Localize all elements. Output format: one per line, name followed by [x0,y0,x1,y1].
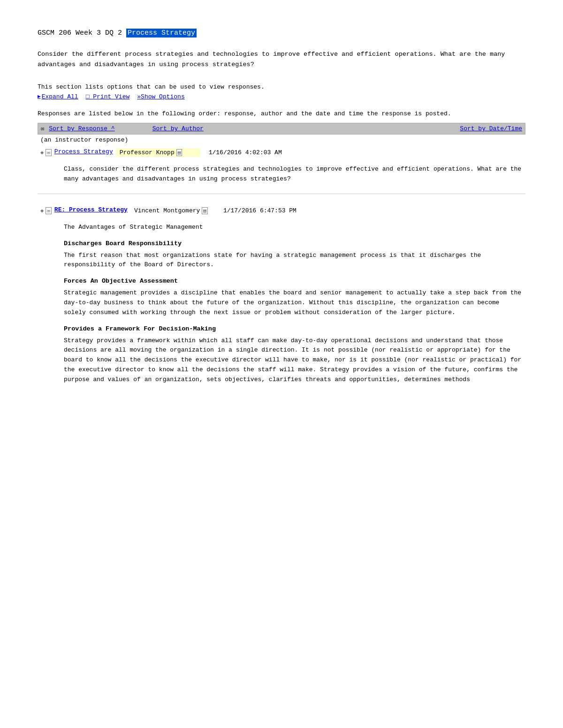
first-post-author-cell: Professor Knopp ▤ [116,148,200,157]
first-post-row: ◈ ✉ Process Strategy Professor Knopp ▤ 1… [38,145,525,160]
sort-header: ✉ Sort by Response ^ Sort by Author Sort… [38,123,525,135]
page-title: GSCM 206 Week 3 DQ 2 Process Strategy [38,28,525,38]
post-divider [38,194,525,194]
sort-author-link[interactable]: Sort by Author [152,125,204,132]
section-heading-2: Forces An Objective Assessment [64,278,523,285]
email-icon-2: ✉ [46,207,52,214]
email-icon: ✉ [46,149,52,156]
first-post-icons: ◈ ✉ [40,149,52,156]
second-post-body: The Advantages of Strategic Management D… [40,223,523,385]
show-options-label: »Show Options [137,93,184,100]
first-post-author: Professor Knopp [120,149,175,156]
section-text-1: The first reason that most organizations… [64,251,523,270]
second-post-author: Vincent Montgomery [134,207,200,214]
second-post-link[interactable]: RE: Process Strategy [54,206,128,213]
thread-icon-2: ◈ [40,207,44,214]
section-text-2: Strategic management provides a discipli… [64,288,523,317]
options-bar: ▶ Expand All □ Print View »Show Options [38,93,525,101]
print-view-label: Print View [93,93,129,100]
expand-all-link[interactable]: ▶ Expand All [38,93,78,101]
first-post-subject[interactable]: Process Strategy [54,148,113,155]
sort-datetime-link[interactable]: Sort by Date/Time [460,125,522,132]
show-options-link[interactable]: »Show Options [137,93,184,100]
response-order-text: Responses are listed below in the follow… [38,109,525,119]
second-post-icons: ◈ ✉ [40,207,52,214]
section-text-3: Strategy provides a framework within whi… [64,336,523,385]
expand-icon: ▶ [38,93,41,99]
author-icon: ▤ [176,149,183,156]
options-intro: This section lists options that can be u… [38,83,525,90]
expand-all-label: Expand All [42,93,78,101]
print-icon: □ [86,93,90,100]
second-post-row: ◈ ✉ RE: Process Strategy Vincent Montgom… [38,203,525,218]
body-intro: The Advantages of Strategic Management [64,223,523,233]
title-prefix: GSCM 206 Week 3 DQ 2 [38,29,126,37]
section-heading-3: Provides a Framework For Decision-Making [64,325,523,332]
second-post-date: 1/17/2016 6:47:53 PM [218,206,302,215]
print-view-link[interactable]: □ Print View [86,93,130,100]
header-email-icon: ✉ [41,125,44,132]
thread-icon: ◈ [40,149,44,156]
first-post-link[interactable]: Process Strategy [54,148,113,155]
second-post-author-cell: Vincent Montgomery ▤ [130,206,215,215]
page-description: Consider the different process strategie… [38,49,525,69]
author-icon-2: ▤ [202,207,208,214]
sort-response-link[interactable]: Sort by Response ^ [49,125,114,132]
first-post-body: Class, consider the different process st… [40,165,523,184]
first-post-date: 1/16/2016 4:02:03 AM [203,148,288,157]
section-heading-1: Discharges Board Responsibility [64,240,523,247]
instructor-label: (an instructor response) [38,135,525,145]
title-highlight: Process Strategy [126,29,197,38]
second-post-subject[interactable]: RE: Process Strategy [54,206,128,213]
